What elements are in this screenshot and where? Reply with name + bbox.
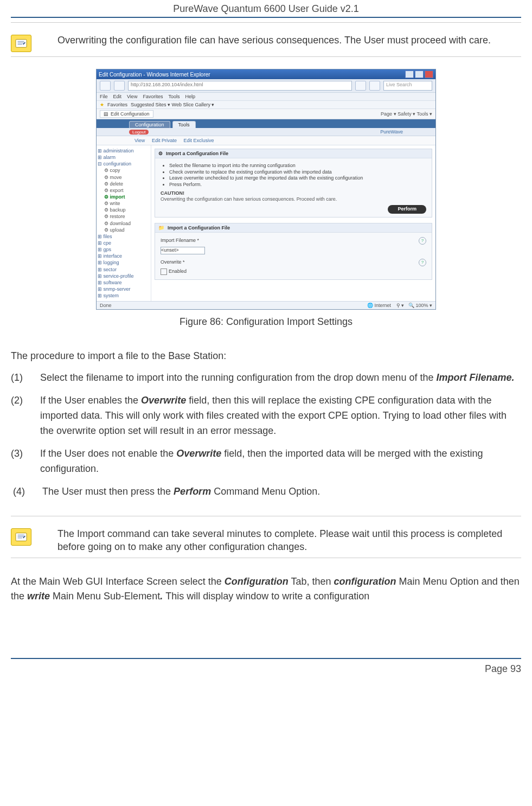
tree-software[interactable]: ⊞ software xyxy=(98,279,150,286)
tree-export[interactable]: ⚙ export xyxy=(98,187,150,194)
refresh-button[interactable] xyxy=(355,81,366,91)
closing-paragraph: At the Main Web GUI Interface Screen sel… xyxy=(11,574,521,604)
screenshot-mock: Edit Configuration - Windows Internet Ex… xyxy=(96,69,436,310)
browser-tabbar: ▤ Edit Configuration Page ▾ Safety ▾ Too… xyxy=(97,109,435,119)
note-text-1: Overwriting the configuration file can h… xyxy=(57,34,521,47)
menu-edit[interactable]: Edit xyxy=(113,94,122,99)
back-button[interactable] xyxy=(100,81,111,91)
overwrite-checkbox[interactable] xyxy=(161,268,167,275)
tree-cpe[interactable]: ⊞ cpe xyxy=(98,240,150,246)
toolbar-right[interactable]: Page ▾ Safety ▾ Tools ▾ xyxy=(381,111,432,117)
note-block-1: Overwriting the configuration file can h… xyxy=(11,34,521,52)
caution-label: CAUTION! xyxy=(161,190,426,197)
star-icon[interactable]: ★ xyxy=(100,102,104,107)
url-field[interactable]: http://192.168.200.104/index.html xyxy=(128,81,352,91)
figure-caption: Figure 86: Configuration Import Settings xyxy=(11,316,521,328)
fav-links[interactable]: Suggested Sites ▾ Web Slice Gallery ▾ xyxy=(131,102,214,107)
tree-gps[interactable]: ⊞ gps xyxy=(98,246,150,253)
app-tab-tools[interactable]: Tools xyxy=(172,121,196,128)
viewbar-edit-exclusive[interactable]: Edit Exclusive xyxy=(183,138,214,143)
info-icon[interactable]: ? xyxy=(419,237,426,245)
panel-body-1: Select the filename to import into the r… xyxy=(155,158,432,217)
search-field[interactable]: Live Search xyxy=(383,81,432,91)
intro-text: The procedure to import a file to the Ba… xyxy=(11,349,521,363)
browser-tab[interactable]: ▤ Edit Configuration xyxy=(100,110,153,118)
step-text-3: If the User does not enable the Overwrit… xyxy=(40,446,521,477)
bullet-4: Press Perform. xyxy=(169,182,426,188)
folder-icon: 📁 xyxy=(158,225,164,231)
import-filename-select[interactable]: <unset> xyxy=(161,247,205,254)
close-icon[interactable] xyxy=(425,71,433,78)
tree-move[interactable]: ⚙ move xyxy=(98,174,150,181)
tree-system[interactable]: ⊞ system xyxy=(98,292,150,299)
status-done: Done xyxy=(100,303,112,308)
menu-view[interactable]: View xyxy=(127,94,137,99)
maximize-icon[interactable] xyxy=(415,71,424,78)
tree-alarm[interactable]: ⊞ alarm xyxy=(98,154,150,161)
tree-sector[interactable]: ⊞ sector xyxy=(98,266,150,273)
viewbar-view[interactable]: View xyxy=(134,138,145,143)
perform-button[interactable]: Perform xyxy=(388,205,426,214)
logout-button[interactable]: Logout xyxy=(129,130,149,135)
note-text-2: The Import command can take several minu… xyxy=(57,527,521,554)
label-overwrite: Overwrite * xyxy=(161,259,185,266)
menu-help[interactable]: Help xyxy=(185,94,195,99)
note-icon-2 xyxy=(11,528,31,546)
step-num-3: (3) xyxy=(11,446,40,477)
tree-service-profile[interactable]: ⊞ service-profile xyxy=(98,273,150,279)
app-body: ⊞ administration ⊞ alarm ⊟ configuration… xyxy=(97,145,435,301)
forward-button[interactable] xyxy=(114,81,125,91)
step-1: (1) Select the filename to import into t… xyxy=(11,370,521,386)
tree-backup[interactable]: ⚙ backup xyxy=(98,207,150,213)
bullet-3: Leave overwrite unchecked to just merge … xyxy=(169,175,426,182)
tree-snmp-server[interactable]: ⊞ snmp-server xyxy=(98,286,150,292)
address-bar: http://192.168.200.104/index.html Live S… xyxy=(97,79,435,93)
window-title: Edit Configuration - Windows Internet Ex… xyxy=(99,72,210,78)
bullet-1: Select the filename to import into the r… xyxy=(169,163,426,169)
tree-upload[interactable]: ⚙ upload xyxy=(98,227,150,233)
note2-bottom-rule xyxy=(11,558,521,558)
tree-restore[interactable]: ⚙ restore xyxy=(98,213,150,220)
steps-list: (1) Select the filename to import into t… xyxy=(11,370,521,499)
main-panel-area: ⚙ Import a Configuration File Select the… xyxy=(151,145,435,301)
step-text-2: If the User enables the Overwrite field,… xyxy=(40,393,521,439)
info-icon-2[interactable]: ? xyxy=(419,259,426,266)
bullet-2: Check overwrite to replace the existing … xyxy=(169,169,426,176)
page-header: PureWave Quantum 6600 User Guide v2.1 xyxy=(11,0,521,18)
step-num-1: (1) xyxy=(11,370,40,386)
tree-files[interactable]: ⊞ files xyxy=(98,233,150,240)
viewbar-edit-private[interactable]: Edit Private xyxy=(152,138,177,143)
app-tabs-strip: Configuration Tools xyxy=(97,119,435,128)
step-text-4: The User must then press the Perform Com… xyxy=(42,484,521,500)
overwrite-checkbox-row[interactable]: Enabled xyxy=(161,268,187,275)
page-number: Page 93 xyxy=(485,663,521,674)
tree-logging[interactable]: ⊞ logging xyxy=(98,259,150,266)
logout-row: Logout PureWave xyxy=(97,128,435,136)
status-bar: Done 🌐 Internet ⚲ ▾ 🔍 100% ▾ xyxy=(97,301,435,309)
tree-configuration[interactable]: ⊟ configuration xyxy=(98,161,150,167)
menu-favorites[interactable]: Favorites xyxy=(143,94,163,99)
tree-administration[interactable]: ⊞ administration xyxy=(98,148,150,154)
tree-delete[interactable]: ⚙ delete xyxy=(98,181,150,187)
note-block-2: The Import command can take several minu… xyxy=(11,527,521,554)
tree-interface[interactable]: ⊞ interface xyxy=(98,253,150,259)
menu-file[interactable]: File xyxy=(100,94,108,99)
tree-write[interactable]: ⚙ write xyxy=(98,200,150,207)
app-tab-configuration[interactable]: Configuration xyxy=(129,121,170,128)
panel-title-1: Import a Configuration File xyxy=(166,151,228,156)
status-internet: Internet xyxy=(374,303,391,308)
panel-body-2: Import Filename * ? <unset> Overwrite * … xyxy=(155,233,432,279)
tree-download[interactable]: ⚙ download xyxy=(98,220,150,227)
tree-import[interactable]: ⚙ import xyxy=(98,194,150,200)
favorites-label: Favorites xyxy=(107,102,127,107)
panel-header-1: ⚙ Import a Configuration File xyxy=(155,149,432,158)
menu-bar: File Edit View Favorites Tools Help xyxy=(97,93,435,101)
panel-title-2: Import a Configuration File xyxy=(168,225,230,231)
enabled-label: Enabled xyxy=(169,268,187,274)
menu-tools[interactable]: Tools xyxy=(168,94,180,99)
stop-button[interactable] xyxy=(369,81,380,91)
tree-copy[interactable]: ⚙ copy xyxy=(98,167,150,174)
minimize-icon[interactable] xyxy=(405,71,414,78)
globe-icon: 🌐 xyxy=(367,303,373,308)
view-bar: View Edit Private Edit Exclusive xyxy=(97,136,435,145)
